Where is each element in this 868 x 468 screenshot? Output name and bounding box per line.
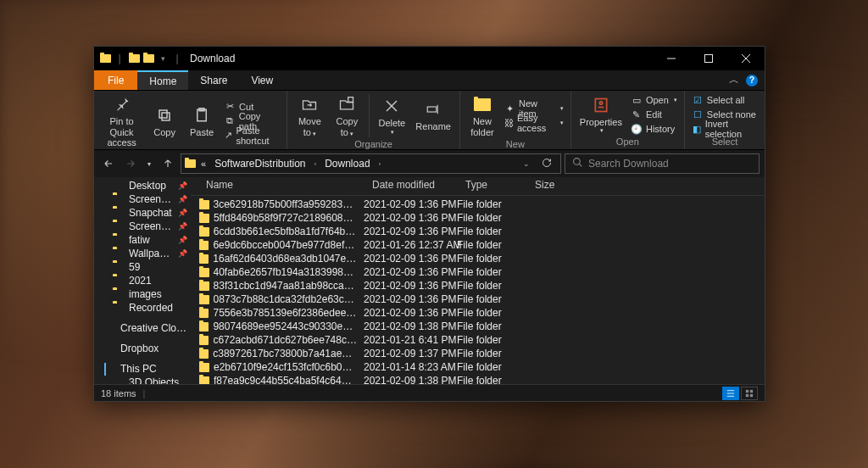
overflow-chevron-icon[interactable]: «: [198, 159, 209, 169]
copy-to-button[interactable]: Copy to▾: [330, 92, 364, 139]
table-row[interactable]: 40fab6e2657fb194a318399885d083dc2021-02-…: [191, 265, 765, 279]
sidebar-item[interactable]: 3D Objects: [94, 376, 191, 384]
collapse-ribbon-icon[interactable]: ︿: [729, 73, 739, 87]
column-type[interactable]: Type: [459, 177, 528, 195]
sidebar-item[interactable]: images: [94, 287, 191, 301]
folder-icon: [199, 295, 209, 304]
tab-view[interactable]: View: [239, 70, 285, 90]
open-button[interactable]: ▭Open▾: [629, 93, 679, 107]
paste-shortcut-button[interactable]: ↗Paste shortcut: [222, 129, 281, 142]
tab-file[interactable]: File: [94, 70, 137, 90]
up-button[interactable]: [159, 153, 177, 174]
maximize-button[interactable]: [690, 47, 727, 70]
sidebar[interactable]: Desktop📌Screenshots📌Snapchat📌Screencasts…: [94, 177, 191, 384]
sidebar-item[interactable]: Screencasts📌: [94, 220, 191, 233]
table-row[interactable]: 16af62d6403d68ea3db1047ed9c5e79e2021-02-…: [191, 252, 765, 265]
select-all-button[interactable]: ☑Select all: [690, 93, 760, 107]
sidebar-item[interactable]: 59: [94, 260, 191, 274]
copy-button[interactable]: Copy: [147, 103, 181, 140]
back-button[interactable]: [99, 153, 118, 174]
table-row[interactable]: 6cdd3b661ec5bfb8a1fd7f64b24012bc2021-02-…: [191, 225, 765, 238]
table-row[interactable]: c672acbd671dc627b6ee748c357391df2021-01-…: [191, 333, 765, 347]
breadcrumb-download[interactable]: Download: [321, 158, 373, 170]
table-row[interactable]: c38972617bc73800b7a41ae3b7770e812021-02-…: [191, 347, 765, 360]
svg-rect-20: [746, 389, 748, 392]
table-row[interactable]: 83f31cbc1d947aa81ab98cca7d2fbb942021-02-…: [191, 279, 765, 292]
sidebar-item-label: Desktop: [129, 180, 166, 192]
column-date[interactable]: Date modified: [365, 177, 459, 195]
address-bar[interactable]: « SoftwareDistribution › Download › ⌄: [181, 153, 561, 174]
rename-button[interactable]: Rename: [412, 98, 454, 134]
edit-button[interactable]: ✎Edit: [629, 108, 679, 121]
search-box[interactable]: Search Download: [565, 153, 760, 174]
pin-quick-access-button[interactable]: Pin to Quick access: [99, 92, 144, 150]
chevron-right-icon[interactable]: ›: [376, 160, 385, 168]
sidebar-item-label: 2021: [129, 275, 152, 287]
sidebar-item[interactable]: Creative Cloud Fil: [94, 321, 191, 335]
table-row[interactable]: 6e9dc6bcceb0047be977d8ef384868d42021-01-…: [191, 238, 765, 252]
table-row[interactable]: f87ea9c9c44b55c4ba5f4c643509ccf02021-02-…: [191, 374, 765, 384]
history-button[interactable]: 🕘History: [629, 122, 679, 136]
folder-icon: [199, 241, 209, 250]
edit-icon: ✎: [631, 109, 643, 120]
sidebar-item-label: Screenshots: [129, 193, 174, 205]
column-name[interactable]: Name: [199, 177, 365, 195]
recent-dropdown-icon[interactable]: ▾: [143, 153, 155, 174]
tab-share[interactable]: Share: [188, 70, 239, 90]
sidebar-item[interactable]: fatiw📌: [94, 233, 191, 247]
tab-home[interactable]: Home: [137, 70, 188, 90]
column-size[interactable]: Size: [528, 177, 579, 195]
invert-selection-button[interactable]: ◧Invert selection: [690, 122, 760, 136]
nav-bar: ▾ « SoftwareDistribution › Download › ⌄ …: [94, 150, 765, 177]
qat-dropdown-icon[interactable]: ▾: [157, 53, 169, 64]
forward-button[interactable]: [121, 153, 140, 174]
paste-button[interactable]: Paste: [185, 103, 219, 140]
file-date: 2021-02-09 1:36 PM: [357, 226, 450, 237]
close-button[interactable]: [727, 47, 765, 70]
ribbon-group-organize: Move to▾ Copy to▾ Delete ▾ Rename: [287, 91, 460, 149]
easy-access-button[interactable]: ⛓Easy access▾: [503, 116, 565, 130]
new-item-icon: ✦: [504, 103, 515, 114]
sidebar-item[interactable]: This PC: [94, 362, 191, 376]
sidebar-item[interactable]: Desktop📌: [94, 179, 191, 192]
table-row[interactable]: 7556e3b785139e6f2386edeefa7b0d8e2021-02-…: [191, 306, 765, 320]
view-details-button[interactable]: [722, 387, 739, 400]
view-large-icons-button[interactable]: [741, 387, 758, 400]
new-folder-button[interactable]: New folder: [465, 92, 499, 139]
address-dropdown-icon[interactable]: ⌄: [518, 159, 535, 168]
sidebar-item-label: Screencasts: [129, 220, 174, 232]
sidebar-item[interactable]: Recorded: [94, 301, 191, 315]
file-date: 2021-01-14 8:23 AM: [357, 361, 450, 373]
table-row[interactable]: 3ce62918b75b00ff3a95928314288dbe2021-02-…: [191, 198, 765, 211]
sidebar-item[interactable]: 2021: [94, 274, 191, 287]
qat-sep: |: [114, 53, 125, 64]
table-row[interactable]: 0873c7b88c1dca32fdb2e63cd2af12502021-02-…: [191, 292, 765, 306]
sidebar-item[interactable]: Snapchat📌: [94, 206, 191, 220]
help-icon[interactable]: ?: [746, 75, 758, 86]
chevron-right-icon[interactable]: ›: [311, 160, 320, 168]
dropdown-arrow-icon: ▾: [600, 127, 604, 134]
file-type: File folder: [450, 361, 520, 373]
qat-icon-2[interactable]: [142, 53, 154, 64]
qat-icon-1[interactable]: [128, 53, 140, 64]
svg-rect-22: [746, 393, 748, 396]
breadcrumb-softwaredistribution[interactable]: SoftwareDistribution: [211, 158, 309, 170]
properties-button[interactable]: Properties ▾: [576, 93, 626, 136]
table-row[interactable]: 5ffd8469b58f9f727c2189608cd906b32021-02-…: [191, 211, 765, 225]
sidebar-item-label: images: [129, 288, 162, 300]
minimize-button[interactable]: [653, 47, 690, 70]
sidebar-item[interactable]: Screenshots📌: [94, 192, 191, 206]
move-to-button[interactable]: Move to▾: [292, 92, 326, 139]
file-list[interactable]: 3ce62918b75b00ff3a95928314288dbe2021-02-…: [191, 196, 765, 384]
table-row[interactable]: e2b6710f9e24cf153fcf0c6b0dccb0362021-01-…: [191, 360, 765, 374]
ribbon-tabs: File Home Share View ︿ ?: [94, 70, 765, 91]
sidebar-item[interactable]: Dropbox: [94, 342, 191, 355]
table-row[interactable]: 98074689ee952443c90330e8afca56e82021-02-…: [191, 320, 765, 333]
svg-rect-4: [162, 113, 170, 120]
select-none-icon: ☐: [692, 109, 704, 120]
group-label-select: Select: [690, 136, 760, 148]
delete-button[interactable]: Delete ▾: [375, 94, 409, 137]
folder-icon: [199, 363, 209, 372]
sidebar-item[interactable]: Wallpapers📌: [94, 247, 191, 260]
refresh-icon[interactable]: [537, 158, 557, 170]
